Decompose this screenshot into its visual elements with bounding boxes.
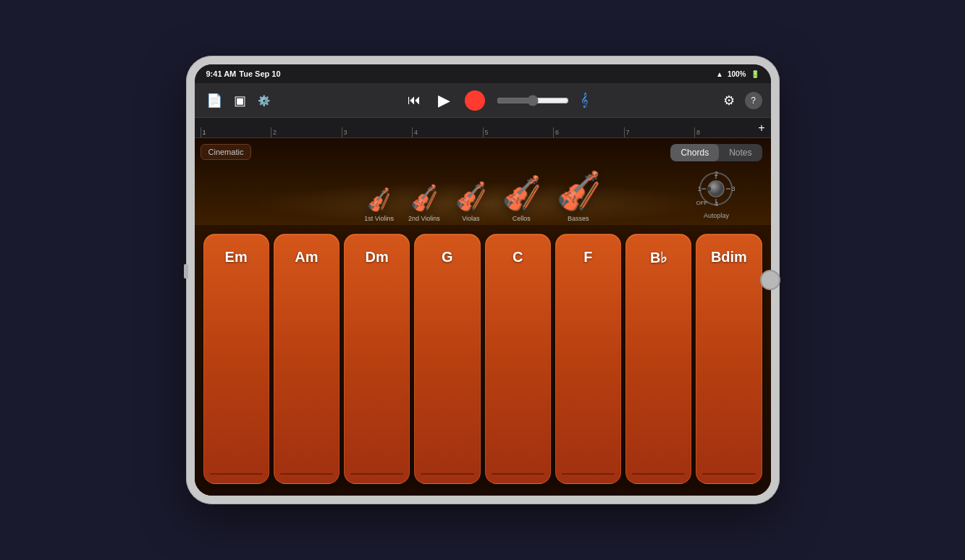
chord-name-c: C	[513, 249, 523, 266]
ruler-mark-4: 4	[412, 127, 483, 137]
chord-name-bb: B♭	[650, 249, 667, 266]
cello-icon: 🎻	[501, 174, 543, 213]
notes-tab[interactable]: Notes	[719, 144, 762, 161]
settings-button[interactable]: ⚙	[720, 90, 738, 111]
bass-label: Basses	[568, 215, 589, 222]
violin2-icon: 🎻	[408, 182, 440, 213]
status-bar: 9:41 AM Tue Sep 10 ▲ 100% 🔋	[195, 64, 771, 83]
dial-2: 2	[715, 170, 718, 177]
main-content: Cinematic 🎻 1st Violins 🎻 2nd Violins 🎻 …	[195, 138, 771, 496]
metronome-icon: 𝄞	[581, 93, 589, 108]
preset-badge[interactable]: Cinematic	[201, 144, 252, 160]
ipad-frame: 9:41 AM Tue Sep 10 ▲ 100% 🔋 📄 ▣ ⚙️ ⏮ ▶ 𝄞	[186, 56, 780, 504]
instrument-item[interactable]: 🎻 1st Violins	[364, 188, 394, 222]
controls-panel: Chords Notes	[670, 144, 762, 219]
bass-icon: 🎻	[555, 169, 602, 213]
chord-pad-em[interactable]: Em	[203, 234, 269, 484]
ruler-marks: 1 2 3 4 5 6 7 8	[201, 127, 765, 137]
help-button[interactable]: ?	[745, 92, 762, 109]
violin1-label: 1st Violins	[364, 215, 394, 222]
ruler-mark-6: 6	[553, 127, 624, 137]
ruler-mark-2: 2	[271, 127, 342, 137]
play-button[interactable]: ▶	[435, 88, 453, 113]
battery-icon: 🔋	[751, 70, 759, 78]
instrument-item[interactable]: 🎻 2nd Violins	[408, 184, 440, 222]
violin1-icon: 🎻	[364, 186, 393, 214]
chord-name-f: F	[583, 249, 592, 266]
chords-tab[interactable]: Chords	[670, 144, 719, 161]
chord-pads: Em Am Dm G C F B♭	[195, 225, 771, 496]
chord-pad-bb[interactable]: B♭	[625, 234, 691, 484]
ruler-mark-1: 1	[201, 127, 271, 137]
chord-pad-dm[interactable]: Dm	[344, 234, 410, 484]
instrument-strip: Cinematic 🎻 1st Violins 🎻 2nd Violins 🎻 …	[195, 138, 771, 225]
chord-pad-am[interactable]: Am	[274, 234, 340, 484]
status-date: Tue Sep 10	[239, 69, 280, 78]
chord-name-em: Em	[225, 249, 248, 266]
instrument-item[interactable]: 🎻 Basses	[556, 170, 601, 222]
tempo-slider[interactable]	[497, 95, 569, 106]
ruler-mark-3: 3	[342, 127, 413, 137]
dial-4: 4	[715, 200, 718, 208]
mixer-button[interactable]: ⚙️	[255, 92, 273, 109]
chord-notes-toggle: Chords Notes	[670, 144, 762, 161]
ruler-mark-7: 7	[624, 127, 695, 137]
tracks-button[interactable]: ▣	[231, 90, 249, 111]
new-song-button[interactable]: 📄	[203, 90, 225, 111]
cello-label: Cellos	[513, 215, 531, 222]
battery-level: 100%	[728, 70, 746, 78]
viola-icon: 🎻	[453, 180, 488, 213]
status-time: 9:41 AM	[206, 69, 237, 78]
chord-name-bdim: Bdim	[711, 249, 747, 266]
dial-labels: 1 2 3 4 OFF	[694, 167, 738, 211]
toolbar: 📄 ▣ ⚙️ ⏮ ▶ 𝄞 ⚙ ?	[195, 83, 771, 118]
viola-label: Violas	[462, 215, 479, 222]
add-track-button[interactable]: +	[758, 122, 764, 135]
chord-pad-bdim[interactable]: Bdim	[696, 234, 762, 484]
chord-pad-c[interactable]: C	[485, 234, 551, 484]
chord-pad-f[interactable]: F	[555, 234, 621, 484]
autoplay-dial[interactable]: 1 2 3 4 OFF	[694, 167, 738, 211]
dial-off: OFF	[696, 200, 707, 206]
autoplay-label: Autoplay	[704, 212, 729, 219]
ruler-mark-8: 8	[694, 127, 765, 137]
chord-pad-g[interactable]: G	[414, 234, 480, 484]
autoplay-knob: 1 2 3 4 OFF Autoplay	[694, 167, 738, 219]
instrument-item[interactable]: 🎻 Cellos	[502, 174, 542, 222]
chord-name-am: Am	[295, 249, 318, 266]
chord-name-g: G	[442, 249, 453, 266]
ipad-screen: 9:41 AM Tue Sep 10 ▲ 100% 🔋 📄 ▣ ⚙️ ⏮ ▶ 𝄞	[195, 64, 771, 496]
dial-1: 1	[697, 185, 701, 192]
instrument-item[interactable]: 🎻 Violas	[455, 182, 487, 222]
ruler-mark-5: 5	[483, 127, 554, 137]
record-button[interactable]	[465, 90, 485, 111]
side-button[interactable]	[184, 264, 188, 279]
chord-name-dm: Dm	[366, 249, 389, 266]
skip-back-button[interactable]: ⏮	[405, 90, 423, 111]
home-button[interactable]	[760, 270, 780, 290]
dial-3: 3	[731, 185, 735, 192]
ruler: 1 2 3 4 5 6 7 8 +	[195, 118, 771, 138]
wifi-icon: ▲	[716, 70, 723, 78]
violin2-label: 2nd Violins	[408, 215, 440, 222]
